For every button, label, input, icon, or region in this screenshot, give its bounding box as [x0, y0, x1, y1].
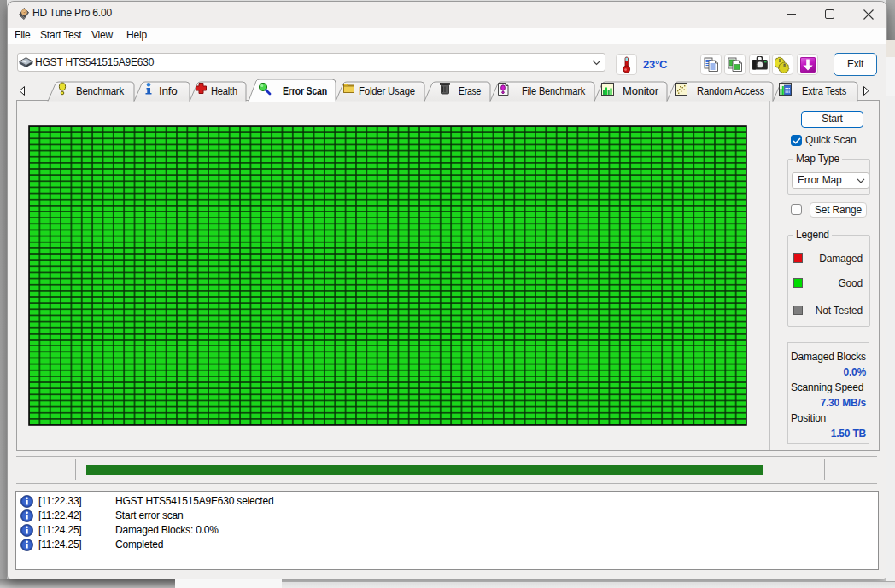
svg-text:Health: Health — [211, 85, 237, 97]
svg-text:Monitor: Monitor — [623, 85, 658, 97]
svg-text:File Benchmark: File Benchmark — [522, 85, 586, 97]
svg-text:Info: Info — [159, 85, 178, 97]
svg-text:Folder Usage: Folder Usage — [359, 85, 415, 97]
svg-text:Extra Tests: Extra Tests — [802, 85, 846, 97]
svg-text:Erase: Erase — [459, 85, 481, 97]
svg-text:Benchmark: Benchmark — [76, 85, 125, 97]
svg-text:Random Access: Random Access — [697, 85, 764, 97]
svg-text:Error Scan: Error Scan — [283, 85, 327, 97]
